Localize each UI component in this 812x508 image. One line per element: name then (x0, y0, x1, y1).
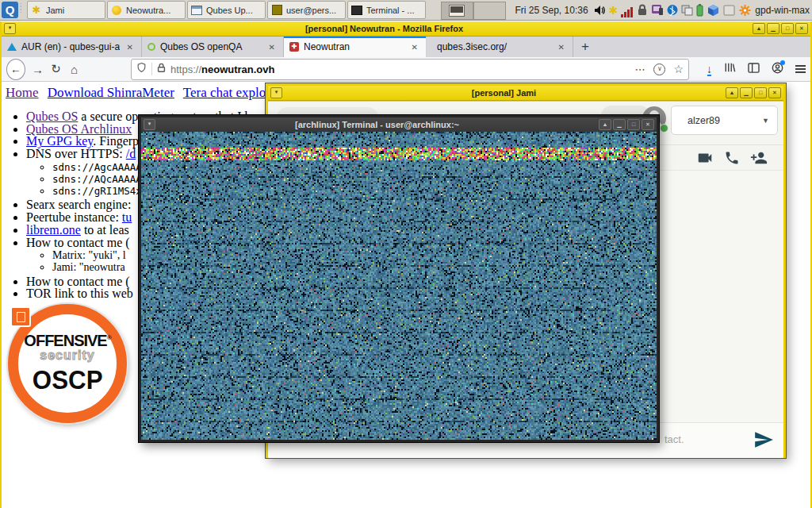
close-button[interactable]: ✕ (768, 87, 781, 98)
window-menu-icon[interactable]: ▾ (144, 119, 155, 130)
archlinux-favicon-icon (7, 43, 17, 51)
maximize-button[interactable]: □ (627, 119, 640, 130)
send-button[interactable] (753, 429, 774, 453)
url-bar[interactable]: https://neowutran.ovh ⋯ ∨ ☆ (131, 59, 689, 80)
video-call-button[interactable] (696, 149, 714, 170)
add-contact-button[interactable] (750, 149, 768, 170)
hostname-label: gpd-win-max (755, 5, 810, 16)
account-icon[interactable] (772, 62, 783, 77)
minimize-button[interactable]: ▁ (740, 87, 753, 98)
close-button[interactable]: ✕ (642, 119, 654, 130)
maximize-button[interactable]: □ (781, 23, 794, 34)
tab-aur[interactable]: AUR (en) - qubes-gui-age ✕ (2, 37, 142, 57)
jami-tray-icon[interactable]: ✱ (609, 4, 619, 17)
terminal-window-controls: ▲ ▁ □ ✕ (599, 119, 654, 130)
badge-brand2-text: security (40, 348, 94, 363)
link-tera-chat-exploit[interactable]: Tera chat exploit (183, 85, 274, 100)
page-actions-icon[interactable]: ⋯ (634, 64, 645, 75)
jami-icon: ✱ (31, 5, 42, 16)
firefox-tab-strip: AUR (en) - qubes-gui-age ✕ Qubes OS open… (2, 37, 810, 57)
shade-button[interactable]: ▲ (753, 23, 765, 34)
firefox-window-title: [personal] Neowutran - Mozilla Firefox (16, 24, 753, 33)
minimize-button[interactable]: ▁ (767, 23, 779, 34)
firefox-navbar: ← → ↻ ⌂ https://neowutran.ovh ⋯ ∨ ☆ (2, 57, 810, 82)
menu-hamburger-icon[interactable] (795, 65, 806, 73)
reload-button[interactable]: ↻ (47, 60, 65, 79)
maximize-button[interactable]: □ (754, 87, 767, 98)
terminal-window: ▾ [archlinux] Terminal - user@archlinux:… (139, 115, 659, 442)
bookmark-star-icon[interactable]: ☆ (673, 63, 684, 75)
jami-titlebar[interactable]: ▾ [personal] Jami ▲ ▁ □ ✕ (268, 86, 783, 101)
audio-call-button[interactable] (724, 150, 740, 169)
volume-icon[interactable] (593, 4, 606, 17)
taskbar: Q : : : ✱ Jami Neowutra... Qubes Up... u… (0, 0, 812, 21)
terminal-titlebar[interactable]: ▾ [archlinux] Terminal - user@archlinux:… (141, 117, 657, 132)
qubes-updater-icon (191, 5, 202, 16)
link-dns[interactable]: /d (126, 147, 136, 160)
workspace-1[interactable] (441, 2, 473, 20)
workspace-icon[interactable] (723, 5, 735, 16)
message-input[interactable]: tact. (665, 433, 684, 445)
firefox-yellow-icon (111, 5, 122, 16)
shade-button[interactable]: ▲ (726, 87, 738, 98)
badge-document-icon (10, 306, 31, 327)
home-button[interactable]: ⌂ (65, 60, 83, 79)
clipboard-icon[interactable] (681, 5, 693, 16)
workspace-pager[interactable] (441, 2, 506, 18)
tab-openqa[interactable]: Qubes OS openQA ✕ (142, 37, 284, 57)
whisker-menu-icon[interactable] (738, 4, 752, 17)
taskbar-window-firefox[interactable]: Neowutra... (107, 1, 186, 19)
taskbar-window-jami[interactable]: ✱ Jami (27, 1, 105, 19)
network-signal-icon[interactable] (621, 3, 634, 17)
taskbar-window-files[interactable]: user@pers... (267, 1, 346, 19)
library-icon[interactable] (724, 62, 736, 76)
downloads-button[interactable]: ↓ (707, 63, 712, 75)
firefox-titlebar[interactable]: ▾ [personal] Neowutran - Mozilla Firefox… (2, 21, 810, 37)
link-gpg-key[interactable]: My GPG key (26, 134, 93, 148)
firefox-window-controls: ▲ ▁ □ ✕ (753, 23, 808, 34)
link-download-shinrameter[interactable]: Download ShinraMeter (48, 85, 174, 100)
tab-neowutran[interactable]: ✚ Neowutran ✕ (284, 37, 427, 57)
qubes-domains-icon[interactable] (707, 4, 720, 17)
tracking-shield-icon[interactable] (136, 62, 147, 76)
tab-close-icon[interactable]: ✕ (556, 41, 567, 53)
shade-button[interactable]: ▲ (599, 119, 611, 130)
account-selector[interactable]: alzer89 ▼ (671, 106, 778, 135)
tab-close-icon[interactable]: ✕ (124, 41, 136, 53)
taskbar-window-qubes-updater[interactable]: Qubes Up... (187, 1, 266, 19)
link-home[interactable]: Home (6, 85, 39, 100)
link-qubes-os-archlinux[interactable]: Qubes OS Archlinux (26, 122, 132, 136)
link-qubes-os[interactable]: Qubes OS (26, 110, 78, 123)
clock[interactable]: Fri 25 Sep, 10:36 (515, 5, 588, 16)
jami-window-controls: ▲ ▁ □ ✕ (726, 87, 781, 98)
link-librem-one[interactable]: librem.one (26, 223, 81, 237)
bluetooth-icon[interactable] (667, 4, 678, 16)
qubes-app-menu-button[interactable]: Q (2, 2, 18, 18)
forward-button[interactable]: → (29, 60, 47, 79)
pocket-icon[interactable]: ∨ (653, 64, 665, 75)
url-text[interactable]: https://neowutran.ovh (170, 64, 634, 75)
window-menu-icon[interactable]: ▾ (270, 87, 282, 98)
close-button[interactable]: ✕ (795, 23, 808, 34)
battery-icon[interactable] (696, 4, 703, 17)
system-tray: ✱ (593, 3, 753, 17)
workspace-2[interactable] (473, 2, 506, 20)
taskbar-window-terminal[interactable]: Terminal - ... (347, 1, 426, 19)
online-status-dot (660, 124, 668, 133)
openqa-favicon-icon (147, 43, 155, 51)
tab-3isec[interactable]: qubes.3isec.org/ ✕ (427, 37, 573, 57)
link-peertube[interactable]: tu (122, 210, 132, 224)
window-menu-icon[interactable]: ▾ (4, 23, 16, 34)
new-tab-button[interactable]: + (573, 37, 597, 57)
oscp-badge: OFFENSIVE® security OSCP (6, 302, 132, 427)
lock-icon[interactable] (157, 62, 166, 76)
terminal-noise[interactable] (141, 132, 657, 440)
minimize-button[interactable]: ▁ (613, 119, 626, 130)
lock-icon[interactable] (637, 4, 648, 16)
display-icon[interactable] (651, 4, 664, 16)
tab-close-icon[interactable]: ✕ (266, 41, 278, 53)
sidebar-icon[interactable] (748, 62, 760, 76)
back-button[interactable]: ← (6, 59, 25, 80)
jami-window-title: [personal] Jami (282, 88, 726, 98)
tab-close-icon[interactable]: ✕ (409, 41, 420, 53)
